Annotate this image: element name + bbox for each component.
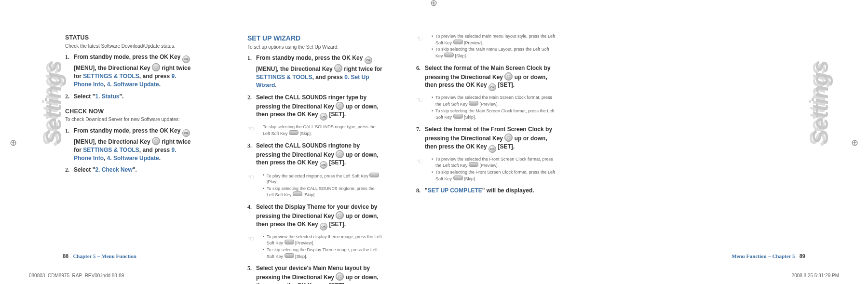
directional-key-icon: [336, 272, 344, 281]
soft-key-icon: [285, 253, 294, 258]
soft-key-icon: [469, 162, 478, 167]
content-columns: STATUS Check the latest Software Downloa…: [65, 34, 803, 284]
ok-key-icon: OK: [182, 55, 190, 63]
hand-icon: ☞: [416, 157, 423, 167]
ok-key-icon: OK: [320, 223, 327, 230]
ok-key-icon: OK: [182, 129, 190, 137]
soft-key-icon: [293, 191, 302, 196]
side-heading-right: SettingsSettings: [804, 63, 830, 146]
status-step-1: 1. From standby mode, press the OK Key O…: [65, 53, 195, 88]
footer-left: 88 Chapter 5 − Menu Function: [63, 253, 136, 259]
tip-step-2: ☞ To skip selecting the CALL SOUNDS ring…: [247, 124, 382, 136]
directional-key-icon: [152, 63, 160, 71]
directional-key-icon: [336, 150, 344, 158]
soft-key-icon: [285, 240, 294, 244]
tip-step-7: ☞ To preview the selected the Front Scre…: [416, 157, 556, 182]
soft-key-icon: [453, 114, 463, 119]
soft-key-icon: [444, 53, 454, 57]
registration-mark-left: ⊕: [10, 137, 17, 148]
print-filename: 080803_CDM8975_RAP_REV00.indd 88-89: [29, 273, 124, 278]
footer-right: Menu Function − Chapter 5 89: [732, 253, 805, 259]
hand-icon: ☞: [247, 124, 254, 135]
hand-icon: ☞: [247, 173, 254, 183]
wizard-desc: To set up options using the Set Up Wizar…: [247, 44, 382, 51]
ok-key-icon: OK: [488, 145, 496, 153]
side-heading-left: SettingsSettings: [38, 63, 64, 146]
ok-key-icon: OK: [320, 113, 327, 121]
directional-key-icon: [504, 134, 513, 142]
status-step-2: 2. Select "1. Status".: [65, 93, 195, 101]
heading-check-now: CHECK NOW: [65, 108, 195, 116]
wizard-step-7: 7. Select the format of the Front Screen…: [416, 125, 556, 153]
ok-key-icon: OK: [365, 56, 372, 64]
wizard-step-6: 6. Select the format of the Main Screen …: [416, 64, 556, 92]
check-step-2: 2. Select "2. Check New".: [65, 166, 195, 174]
tip-step-5: ☞ To preview the selected main menu layo…: [416, 34, 556, 59]
wizard-step-5: 5. Select your device's Main Menu layout…: [247, 264, 382, 284]
wizard-step-3: 3. Select the CALL SOUNDS ringtone by pr…: [247, 142, 382, 169]
soft-key-icon: [453, 176, 463, 180]
registration-mark-right: ⊕: [851, 137, 858, 148]
directional-key-icon: [336, 211, 344, 219]
manual-spread: ⊕ ⊕ ⊕ SettingsSettings SettingsSettings …: [0, 0, 868, 284]
heading-status: STATUS: [65, 34, 195, 42]
chapter-label-left: Chapter 5 − Menu Function: [73, 253, 136, 259]
column-1: STATUS Check the latest Software Downloa…: [65, 34, 195, 284]
registration-mark-top: ⊕: [430, 0, 437, 8]
ok-key-icon: OK: [488, 83, 496, 91]
hand-icon: ☞: [416, 95, 423, 105]
soft-key-icon: [289, 130, 298, 135]
page-number-left: 88: [63, 253, 68, 259]
directional-key-icon: [152, 137, 160, 145]
wizard-step-8: 8. "SET UP COMPLETE" will be displayed.: [416, 187, 556, 195]
tip-step-3: ☞ To play the selected ringtone, press t…: [247, 173, 382, 198]
hand-icon: ☞: [247, 234, 254, 244]
directional-key-icon: [504, 72, 513, 81]
wizard-step-2: 2. Select the CALL SOUNDS ringer type by…: [247, 94, 382, 121]
check-step-1: 1. From standby mode, press the OK Key O…: [65, 127, 195, 162]
soft-key-icon: [369, 173, 379, 177]
wizard-step-1: 1. From standby mode, press the OK Key O…: [247, 54, 382, 89]
tip-step-6: ☞ To preview the selected the Main Scree…: [416, 95, 556, 121]
column-2: SET UP WIZARD To set up options using th…: [247, 34, 382, 284]
hand-icon: ☞: [416, 34, 423, 44]
directional-key-icon: [336, 102, 344, 110]
ok-key-icon: OK: [320, 161, 327, 169]
page-number-right: 89: [800, 253, 805, 259]
heading-setup-wizard: SET UP WIZARD: [247, 34, 382, 43]
soft-key-icon: [453, 40, 463, 44]
soft-key-icon: [469, 101, 478, 106]
column-3: ☞ To preview the selected main menu layo…: [416, 34, 556, 284]
status-desc: Check the latest Software Download/Updat…: [65, 43, 195, 50]
wizard-step-4: 4. Select the Display Theme for your dev…: [247, 203, 382, 230]
print-timestamp: 2008.8.25 5:31:29 PM: [792, 273, 839, 278]
chapter-label-right: Menu Function − Chapter 5: [732, 253, 795, 259]
directional-key-icon: [334, 64, 342, 72]
check-desc: To check Download Server for new Softwar…: [65, 116, 195, 123]
tip-step-4: ☞ To preview the selected display theme …: [247, 234, 382, 260]
